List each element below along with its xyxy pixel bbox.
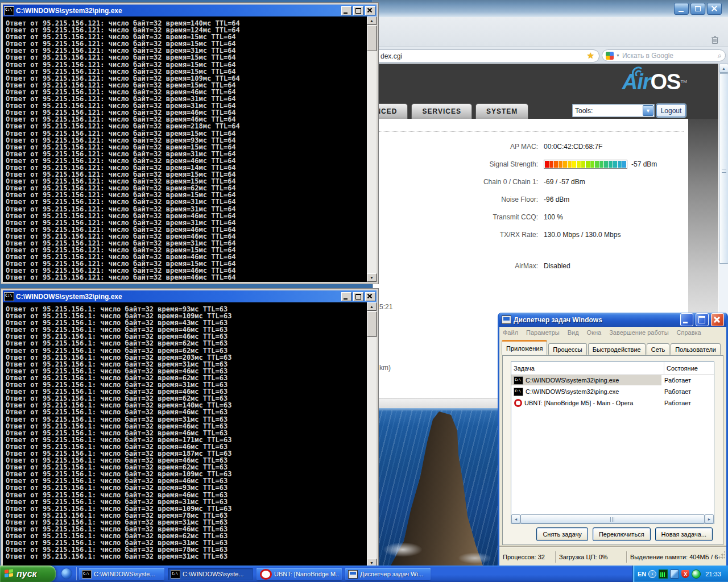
address-bar-input[interactable]: dex.cgi ★: [369, 49, 599, 63]
scrollbar-thumb[interactable]: [367, 311, 377, 337]
close-icon[interactable]: [365, 6, 375, 15]
task-icon: [514, 399, 522, 407]
airos-nav-tab[interactable]: SERVICES: [411, 103, 471, 119]
close-icon[interactable]: [365, 292, 375, 301]
scroll-left-icon[interactable]: ◄: [511, 514, 520, 523]
airos-nav-tab[interactable]: DVANCED: [373, 103, 408, 119]
close-icon[interactable]: [711, 313, 724, 326]
search-icon[interactable]: ⌕: [718, 51, 722, 60]
terminal-line: Ответ от 95.215.156.1: число байт=32 вре…: [6, 347, 367, 354]
terminal-title-bar[interactable]: C:\WINDOWS\system32\ping.exe: [3, 290, 377, 302]
terminal-scrollbar[interactable]: ▲ ▼: [367, 16, 377, 282]
action-button[interactable]: Снять задачу: [536, 527, 588, 541]
cpu-meter-tray-icon[interactable]: [659, 569, 668, 579]
scroll-up-icon[interactable]: ▲: [367, 16, 377, 25]
task-list[interactable]: Задача Состояние C:\WINDOWS\system32\pin…: [511, 361, 714, 524]
menu-item[interactable]: Справка: [677, 329, 701, 336]
taskbar-button-icon: [348, 570, 358, 579]
airos-nav-tab[interactable]: SYSTEM: [475, 103, 528, 119]
taskbar-button[interactable]: C:\WINDOWS\syste...: [79, 568, 164, 580]
language-indicator[interactable]: EN: [638, 571, 646, 577]
menu-item[interactable]: Окна: [587, 329, 602, 336]
taskbar-button[interactable]: C:\WINDOWS\syste...: [168, 568, 253, 580]
google-search-input[interactable]: ▼ Искать в Google ⌕: [602, 49, 726, 61]
tab[interactable]: Процессы: [548, 343, 586, 355]
terminal-title-bar[interactable]: C:\WINDOWS\system32\ping.exe: [3, 5, 377, 16]
search-engine-dropdown-icon[interactable]: ▼: [616, 53, 620, 57]
start-button[interactable]: пуск: [0, 566, 56, 582]
green-status-tray-icon[interactable]: [692, 569, 701, 579]
airos-nav-tabs: DVANCEDSERVICESSYSTEM: [373, 103, 528, 119]
scroll-right-icon[interactable]: ►: [705, 514, 714, 523]
signal-bar-segment: [572, 161, 576, 168]
menu-item[interactable]: Завершение работы: [609, 329, 668, 336]
minimize-icon[interactable]: [674, 3, 689, 15]
security-shield-icon[interactable]: x: [681, 570, 689, 578]
terminal-line: Ответ от 95.215.156.121: число байт=32 в…: [6, 54, 367, 61]
address-url-text[interactable]: dex.cgi: [380, 52, 402, 60]
menu-item[interactable]: Файл: [503, 329, 518, 336]
scrollbar-thumb[interactable]: [367, 26, 377, 51]
opera-title-bar[interactable]: [373, 0, 728, 17]
tools-select[interactable]: Tools: ▼: [572, 104, 655, 117]
ping-terminal-window-1: C:\WINDOWS\system32\ping.exe Ответ от 95…: [1, 3, 378, 284]
field-value-text: 130.0 Mbps / 130.0 Mbps: [544, 231, 621, 239]
table-row[interactable]: C:\WINDOWS\system32\ping.exe Работает: [511, 375, 714, 386]
minimize-icon[interactable]: [341, 292, 351, 301]
resize-grip[interactable]: [718, 551, 725, 559]
signal-bar-segment: [581, 161, 585, 168]
scroll-up-icon[interactable]: ▲: [719, 64, 728, 73]
maximize-icon[interactable]: [690, 3, 705, 15]
tab[interactable]: Приложения: [502, 340, 547, 355]
cmd-icon: [4, 6, 14, 15]
terminal-output[interactable]: Ответ от 95.215.156.121: число байт=32 в…: [3, 16, 367, 282]
menu-item[interactable]: Параметры: [526, 329, 560, 336]
close-icon[interactable]: [707, 3, 722, 15]
field-value: -96 dBm: [544, 196, 569, 203]
signal-bar-segment: [554, 161, 558, 168]
bookmark-star-icon[interactable]: ★: [587, 51, 594, 61]
chevron-down-icon[interactable]: ▼: [643, 105, 653, 116]
terminal-output[interactable]: Ответ от 95.215.156.1: число байт=32 вре…: [3, 302, 367, 567]
field-value: -57 dBm: [544, 160, 657, 169]
column-header-task[interactable]: Задача: [511, 362, 664, 374]
taskbar-button[interactable]: UBNT: [NanoBridge M...: [257, 568, 342, 580]
minimize-icon[interactable]: [680, 313, 693, 326]
window-title: C:\WINDOWS\system32\ping.exe: [16, 7, 340, 15]
logout-button[interactable]: Logout: [656, 104, 686, 117]
search-placeholder: Искать в Google: [622, 52, 715, 60]
sea-foam: [383, 542, 423, 557]
signal-bar-segment: [604, 161, 608, 168]
opera-tab-bar[interactable]: [373, 17, 728, 47]
maximize-icon[interactable]: [696, 313, 709, 326]
tab[interactable]: Пользователи: [671, 343, 721, 355]
airos-logo-signal-arcs-icon: [631, 66, 646, 78]
taskbar-button[interactable]: Диспетчер задач Wi...: [345, 568, 431, 580]
sea-foam: [458, 552, 492, 564]
table-row[interactable]: UBNT: [NanoBridge M5] - Main - Opera Раб…: [511, 397, 714, 409]
tab[interactable]: Сеть: [647, 343, 669, 355]
terminal-scrollbar[interactable]: ▲ ▼: [367, 302, 377, 567]
terminal-line: Ответ от 95.215.156.121: число байт=32 в…: [6, 213, 367, 219]
scrollbar-thumb[interactable]: [520, 514, 705, 523]
scroll-up-icon[interactable]: ▲: [367, 302, 377, 311]
maximize-icon[interactable]: [353, 292, 363, 301]
menu-item[interactable]: Вид: [568, 329, 579, 336]
minimize-icon[interactable]: [341, 6, 351, 15]
task-manager-title-bar[interactable]: Диспетчер задач Windows: [499, 313, 726, 327]
horizontal-scrollbar[interactable]: ◄ ►: [511, 514, 714, 523]
hide-icons-chevron-icon[interactable]: ‹: [648, 570, 656, 578]
quick-launch-browser-icon[interactable]: [61, 568, 72, 579]
closed-tabs-trash-icon[interactable]: [710, 35, 719, 44]
maximize-icon[interactable]: [353, 6, 363, 15]
tab[interactable]: Быстродействие: [588, 343, 646, 355]
scrollbar-thumb[interactable]: [719, 73, 728, 264]
scroll-down-icon[interactable]: ▼: [367, 273, 377, 282]
task-name: UBNT: [NanoBridge M5] - Main - Opera: [524, 400, 633, 406]
terminal-line: Ответ от 95.215.156.1: число байт=32 вре…: [6, 340, 367, 347]
action-button[interactable]: Переключиться: [593, 527, 651, 541]
table-row[interactable]: C:\WINDOWS\system32\ping.exe Работает: [511, 386, 714, 397]
column-header-status[interactable]: Состояние: [664, 365, 714, 372]
action-button[interactable]: Новая задача...: [655, 527, 713, 541]
network-tray-icon[interactable]: [670, 569, 679, 579]
